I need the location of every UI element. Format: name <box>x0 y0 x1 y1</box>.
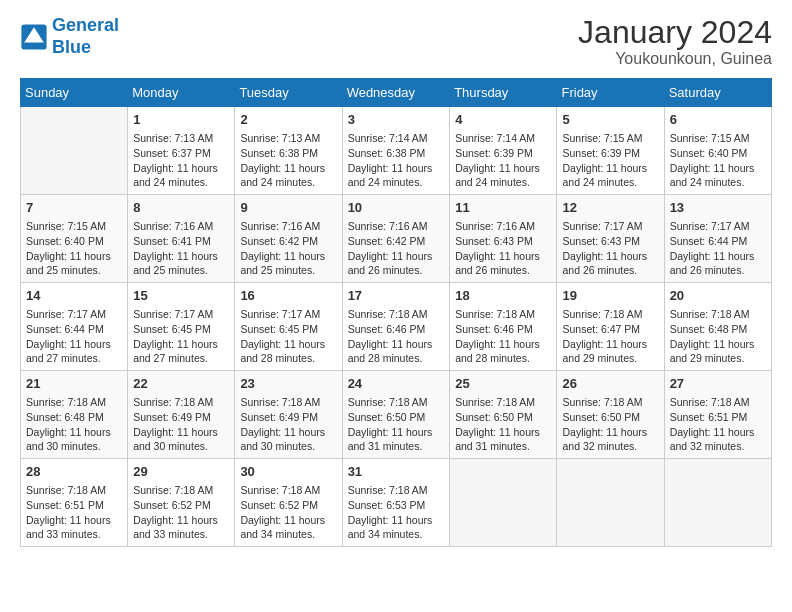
day-number: 7 <box>26 199 122 217</box>
sunset: Sunset: 6:46 PM <box>348 323 426 335</box>
calendar-cell: 19Sunrise: 7:18 AMSunset: 6:47 PMDayligh… <box>557 283 664 371</box>
day-number: 9 <box>240 199 336 217</box>
col-wednesday: Wednesday <box>342 79 450 107</box>
calendar-cell: 27Sunrise: 7:18 AMSunset: 6:51 PMDayligh… <box>664 371 771 459</box>
calendar-cell: 3Sunrise: 7:14 AMSunset: 6:38 PMDaylight… <box>342 107 450 195</box>
calendar-cell: 30Sunrise: 7:18 AMSunset: 6:52 PMDayligh… <box>235 458 342 546</box>
calendar-title: January 2024 <box>578 15 772 50</box>
calendar-cell: 28Sunrise: 7:18 AMSunset: 6:51 PMDayligh… <box>21 458 128 546</box>
sunset: Sunset: 6:43 PM <box>562 235 640 247</box>
calendar-cell: 9Sunrise: 7:16 AMSunset: 6:42 PMDaylight… <box>235 195 342 283</box>
daylight: Daylight: 11 hours and 26 minutes. <box>670 250 755 277</box>
day-number: 21 <box>26 375 122 393</box>
sunset: Sunset: 6:39 PM <box>562 147 640 159</box>
calendar-cell: 29Sunrise: 7:18 AMSunset: 6:52 PMDayligh… <box>128 458 235 546</box>
sunset: Sunset: 6:37 PM <box>133 147 211 159</box>
daylight: Daylight: 11 hours and 28 minutes. <box>455 338 540 365</box>
calendar-cell <box>664 458 771 546</box>
sunrise: Sunrise: 7:18 AM <box>26 484 106 496</box>
daylight: Daylight: 11 hours and 26 minutes. <box>455 250 540 277</box>
sunset: Sunset: 6:50 PM <box>348 411 426 423</box>
calendar-week-row: 7Sunrise: 7:15 AMSunset: 6:40 PMDaylight… <box>21 195 772 283</box>
calendar-week-row: 21Sunrise: 7:18 AMSunset: 6:48 PMDayligh… <box>21 371 772 459</box>
day-number: 17 <box>348 287 445 305</box>
sunrise: Sunrise: 7:17 AM <box>670 220 750 232</box>
sunrise: Sunrise: 7:16 AM <box>455 220 535 232</box>
calendar-cell: 1Sunrise: 7:13 AMSunset: 6:37 PMDaylight… <box>128 107 235 195</box>
daylight: Daylight: 11 hours and 24 minutes. <box>348 162 433 189</box>
day-number: 5 <box>562 111 658 129</box>
calendar-cell: 20Sunrise: 7:18 AMSunset: 6:48 PMDayligh… <box>664 283 771 371</box>
sunset: Sunset: 6:44 PM <box>26 323 104 335</box>
calendar-cell <box>557 458 664 546</box>
calendar-cell: 13Sunrise: 7:17 AMSunset: 6:44 PMDayligh… <box>664 195 771 283</box>
sunset: Sunset: 6:50 PM <box>455 411 533 423</box>
header-row: Sunday Monday Tuesday Wednesday Thursday… <box>21 79 772 107</box>
calendar-week-row: 14Sunrise: 7:17 AMSunset: 6:44 PMDayligh… <box>21 283 772 371</box>
sunset: Sunset: 6:52 PM <box>240 499 318 511</box>
calendar-cell: 4Sunrise: 7:14 AMSunset: 6:39 PMDaylight… <box>450 107 557 195</box>
sunset: Sunset: 6:38 PM <box>240 147 318 159</box>
day-number: 30 <box>240 463 336 481</box>
daylight: Daylight: 11 hours and 34 minutes. <box>240 514 325 541</box>
sunset: Sunset: 6:51 PM <box>26 499 104 511</box>
sunrise: Sunrise: 7:14 AM <box>348 132 428 144</box>
daylight: Daylight: 11 hours and 24 minutes. <box>670 162 755 189</box>
sunset: Sunset: 6:52 PM <box>133 499 211 511</box>
page-container: General Blue January 2024 Youkounkoun, G… <box>0 0 792 557</box>
sunset: Sunset: 6:49 PM <box>240 411 318 423</box>
sunrise: Sunrise: 7:18 AM <box>455 396 535 408</box>
day-number: 29 <box>133 463 229 481</box>
sunset: Sunset: 6:51 PM <box>670 411 748 423</box>
sunset: Sunset: 6:38 PM <box>348 147 426 159</box>
day-number: 13 <box>670 199 766 217</box>
sunrise: Sunrise: 7:16 AM <box>133 220 213 232</box>
title-block: January 2024 Youkounkoun, Guinea <box>578 15 772 68</box>
sunrise: Sunrise: 7:14 AM <box>455 132 535 144</box>
daylight: Daylight: 11 hours and 30 minutes. <box>26 426 111 453</box>
calendar-cell: 24Sunrise: 7:18 AMSunset: 6:50 PMDayligh… <box>342 371 450 459</box>
sunset: Sunset: 6:49 PM <box>133 411 211 423</box>
sunset: Sunset: 6:48 PM <box>26 411 104 423</box>
sunrise: Sunrise: 7:17 AM <box>240 308 320 320</box>
calendar-cell: 31Sunrise: 7:18 AMSunset: 6:53 PMDayligh… <box>342 458 450 546</box>
day-number: 10 <box>348 199 445 217</box>
calendar-cell: 22Sunrise: 7:18 AMSunset: 6:49 PMDayligh… <box>128 371 235 459</box>
daylight: Daylight: 11 hours and 26 minutes. <box>348 250 433 277</box>
calendar-cell: 6Sunrise: 7:15 AMSunset: 6:40 PMDaylight… <box>664 107 771 195</box>
calendar-cell: 11Sunrise: 7:16 AMSunset: 6:43 PMDayligh… <box>450 195 557 283</box>
sunrise: Sunrise: 7:18 AM <box>133 396 213 408</box>
calendar-subtitle: Youkounkoun, Guinea <box>578 50 772 68</box>
sunset: Sunset: 6:39 PM <box>455 147 533 159</box>
calendar-cell: 10Sunrise: 7:16 AMSunset: 6:42 PMDayligh… <box>342 195 450 283</box>
day-number: 19 <box>562 287 658 305</box>
sunrise: Sunrise: 7:17 AM <box>26 308 106 320</box>
sunrise: Sunrise: 7:18 AM <box>348 484 428 496</box>
day-number: 22 <box>133 375 229 393</box>
calendar-cell: 23Sunrise: 7:18 AMSunset: 6:49 PMDayligh… <box>235 371 342 459</box>
daylight: Daylight: 11 hours and 25 minutes. <box>26 250 111 277</box>
sunrise: Sunrise: 7:18 AM <box>562 308 642 320</box>
sunrise: Sunrise: 7:15 AM <box>26 220 106 232</box>
col-friday: Friday <box>557 79 664 107</box>
col-sunday: Sunday <box>21 79 128 107</box>
sunrise: Sunrise: 7:18 AM <box>562 396 642 408</box>
day-number: 28 <box>26 463 122 481</box>
day-number: 4 <box>455 111 551 129</box>
daylight: Daylight: 11 hours and 28 minutes. <box>348 338 433 365</box>
calendar-cell: 17Sunrise: 7:18 AMSunset: 6:46 PMDayligh… <box>342 283 450 371</box>
logo-text: General Blue <box>52 15 119 58</box>
calendar-cell: 2Sunrise: 7:13 AMSunset: 6:38 PMDaylight… <box>235 107 342 195</box>
sunrise: Sunrise: 7:18 AM <box>26 396 106 408</box>
calendar-cell: 16Sunrise: 7:17 AMSunset: 6:45 PMDayligh… <box>235 283 342 371</box>
daylight: Daylight: 11 hours and 25 minutes. <box>133 250 218 277</box>
calendar-cell: 26Sunrise: 7:18 AMSunset: 6:50 PMDayligh… <box>557 371 664 459</box>
calendar-cell <box>21 107 128 195</box>
day-number: 25 <box>455 375 551 393</box>
calendar-cell: 25Sunrise: 7:18 AMSunset: 6:50 PMDayligh… <box>450 371 557 459</box>
daylight: Daylight: 11 hours and 32 minutes. <box>670 426 755 453</box>
sunset: Sunset: 6:42 PM <box>348 235 426 247</box>
sunset: Sunset: 6:47 PM <box>562 323 640 335</box>
calendar-cell: 5Sunrise: 7:15 AMSunset: 6:39 PMDaylight… <box>557 107 664 195</box>
calendar-week-row: 28Sunrise: 7:18 AMSunset: 6:51 PMDayligh… <box>21 458 772 546</box>
